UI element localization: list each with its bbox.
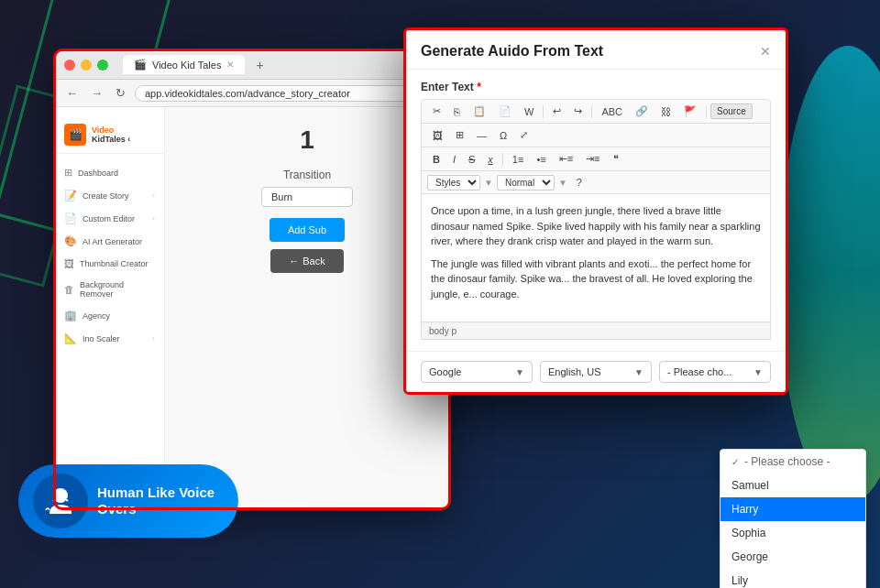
sidebar-item-agency[interactable]: 🏢 Agency [55, 304, 164, 327]
blockquote-btn[interactable]: ❝ [608, 150, 624, 168]
voice-select[interactable]: - Please cho... ▼ [659, 361, 771, 383]
sidebar-label-create-story: Create Story [82, 191, 129, 201]
outdent-btn[interactable]: ⇤≡ [554, 150, 578, 168]
dropdown-item-lily[interactable]: Lily [720, 569, 865, 588]
sidebar-item-scaler[interactable]: 📐 Ino Scaler › [55, 327, 164, 350]
source-btn[interactable]: Source [710, 103, 753, 119]
help-btn[interactable]: ? [571, 174, 588, 191]
back-label: Back [302, 256, 324, 267]
sidebar-item-thumbnail[interactable]: 🖼 Thumbnail Creator [55, 253, 164, 275]
traffic-light-red[interactable] [64, 60, 75, 71]
sidebar-label-bg-remover: Background Remover [80, 280, 155, 299]
editor-path: body p [429, 326, 456, 336]
maximize-btn[interactable]: ⤢ [514, 126, 534, 144]
toolbar-row-3: B I S x 1≡ •≡ ⇤≡ ⇥≡ ❝ [422, 147, 770, 171]
cut-btn[interactable]: ✂ [427, 103, 446, 120]
unordered-list-btn[interactable]: •≡ [531, 151, 551, 168]
modal-close-btn[interactable]: ✕ [760, 44, 771, 59]
dropdown-placeholder[interactable]: ✓ - Please choose - [720, 450, 865, 474]
styles-select[interactable]: Styles [427, 175, 480, 191]
paste-plain-btn[interactable]: 📄 [493, 103, 517, 120]
browser-sidebar: 🎬 VideoKidTales ‹ ⊞ Dashboard 📝 Create S… [55, 107, 165, 508]
dropdown-label-george: George [732, 550, 768, 563]
undo-btn[interactable]: ↩ [547, 103, 566, 120]
paste-btn[interactable]: 📋 [468, 103, 491, 120]
sidebar-item-bg-remover[interactable]: 🗑 Background Remover [55, 275, 164, 304]
subscript-btn[interactable]: x [482, 151, 499, 168]
refresh-btn[interactable]: ↻ [112, 84, 129, 102]
dashboard-icon: ⊞ [64, 167, 72, 179]
dropdown-item-harry[interactable]: Harry [720, 497, 865, 521]
toolbar-row-1: ✂ ⎘ 📋 📄 W ↩ ↪ ABC 🔗 ⛓ 🚩 Source [422, 100, 770, 124]
traffic-light-green[interactable] [97, 60, 108, 71]
sidebar-item-create-story[interactable]: 📝 Create Story › [55, 184, 164, 207]
sidebar-label-thumbnail: Thumbnail Creator [80, 259, 148, 268]
language-select[interactable]: English, US ▼ [540, 361, 652, 383]
logo-colored: Video [92, 125, 114, 135]
tab-close-btn[interactable]: ✕ [226, 60, 234, 70]
normal-select[interactable]: Normal [497, 175, 555, 191]
spellcheck-btn[interactable]: ABC [596, 103, 628, 120]
italic-btn[interactable]: I [447, 151, 461, 168]
field-label: Enter Text * [421, 81, 771, 93]
strikethrough-btn[interactable]: S [463, 151, 480, 168]
google-select[interactable]: Google ▼ [421, 361, 533, 383]
dropdown-label-samuel: Samuel [732, 479, 769, 492]
sidebar-item-custom-editor[interactable]: 📄 Custom Editor › [55, 207, 164, 230]
unlink-btn[interactable]: ⛓ [655, 103, 676, 120]
modal-body: Enter Text * ✂ ⎘ 📋 📄 W ↩ ↪ ABC 🔗 ⛓ 🚩 Sou… [406, 70, 786, 351]
modal-header: Generate Auido From Text ✕ [406, 30, 786, 70]
indent-btn[interactable]: ⇥≡ [580, 150, 605, 168]
browser-titlebar: 🎬 Video Kid Tales ✕ + [55, 50, 449, 80]
dropdown-item-george[interactable]: George [720, 545, 865, 569]
dropdown-placeholder-label: - Please choose - [744, 455, 830, 468]
chevron-icon-3: › [152, 334, 155, 343]
ai-art-icon: 🎨 [64, 235, 77, 247]
please-choose-label: - Please cho... [667, 366, 732, 377]
editor-toolbar: ✂ ⎘ 📋 📄 W ↩ ↪ ABC 🔗 ⛓ 🚩 Source 🖼 ⊞ — [421, 99, 771, 194]
divider-1 [543, 105, 544, 118]
voice-icon-svg [44, 485, 77, 517]
hr-btn[interactable]: — [471, 127, 492, 144]
ordered-list-btn[interactable]: 1≡ [507, 151, 530, 168]
bold-btn[interactable]: B [427, 151, 446, 168]
sidebar-item-dashboard[interactable]: ⊞ Dashboard [55, 161, 164, 184]
sidebar-item-ai-art[interactable]: 🎨 AI Art Generator [55, 230, 164, 253]
anchor-btn[interactable]: 🚩 [678, 103, 702, 120]
sidebar-label-custom-editor: Custom Editor [82, 214, 135, 223]
browser-toolbar: ← → ↻ app.videokidtales.com/advance_stor… [55, 80, 449, 107]
paste-word-btn[interactable]: W [519, 103, 539, 120]
check-mark-icon: ✓ [732, 457, 739, 467]
add-subtitle-btn[interactable]: Add Sub [270, 218, 345, 242]
divider-3 [706, 105, 707, 118]
browser-tab[interactable]: 🎬 Video Kid Tales ✕ [123, 55, 245, 74]
table-btn[interactable]: ⊞ [450, 126, 469, 144]
new-tab-btn[interactable]: + [256, 58, 263, 72]
voice-icon-circle [33, 474, 88, 528]
tab-favicon: 🎬 [134, 59, 147, 71]
custom-editor-icon: 📄 [64, 212, 77, 224]
traffic-light-yellow[interactable] [81, 60, 92, 71]
copy-btn[interactable]: ⎘ [448, 103, 466, 120]
back-nav-btn[interactable]: ← [62, 84, 82, 102]
language-label: English, US [548, 366, 600, 377]
editor-content-area[interactable]: Once upon a time, in a lush green jungle… [421, 194, 771, 322]
dropdown-label-harry: Harry [732, 503, 758, 516]
image-btn[interactable]: 🖼 [427, 127, 448, 144]
link-btn[interactable]: 🔗 [630, 103, 654, 120]
omega-btn[interactable]: Ω [494, 127, 512, 144]
back-btn[interactable]: ← Back [270, 249, 343, 273]
address-bar[interactable]: app.videokidtales.com/advance_story_crea… [135, 85, 417, 102]
dropdown-item-sophia[interactable]: Sophia [720, 521, 865, 545]
chevron-icon-2: › [152, 214, 155, 223]
google-chevron-icon: ▼ [515, 367, 524, 377]
forward-nav-btn[interactable]: → [87, 84, 106, 102]
redo-btn[interactable]: ↪ [568, 103, 588, 120]
transition-select[interactable]: Burn [261, 187, 353, 207]
dropdown-item-samuel[interactable]: Samuel [720, 474, 865, 497]
voice-chevron-icon: ▼ [754, 367, 763, 377]
dropdown-label-lily: Lily [732, 574, 748, 587]
thumbnail-icon: 🖼 [64, 258, 74, 269]
voice-dropdown-menu[interactable]: ✓ - Please choose - Samuel Harry Sophia … [720, 449, 866, 588]
toolbar-row-2: 🖼 ⊞ — Ω ⤢ [422, 124, 770, 147]
